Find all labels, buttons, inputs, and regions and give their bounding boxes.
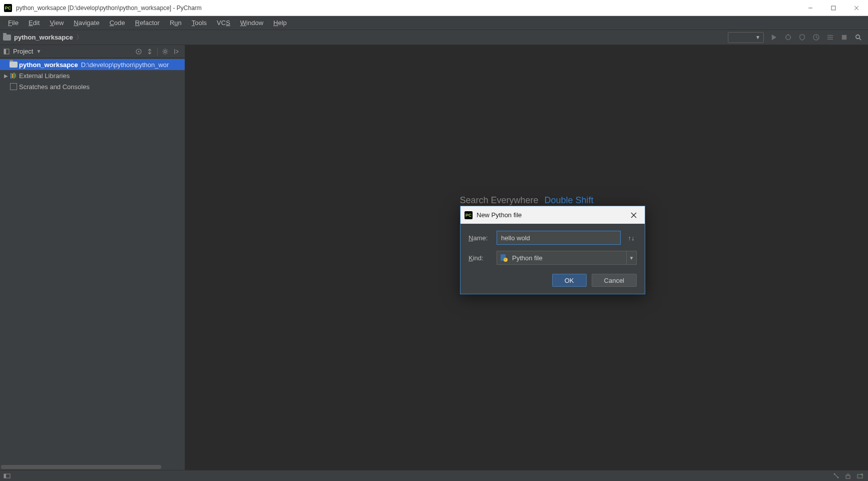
project-panel-title[interactable]: Project [13,48,33,55]
svg-rect-15 [841,35,846,40]
menu-view[interactable]: View [45,17,69,29]
menu-run[interactable]: Run [165,17,187,29]
os-titlebar: PC python_worksapce [D:\develop\python\p… [0,0,868,16]
pycharm-app-icon: PC [465,211,473,219]
separator [157,48,158,56]
tree-item-label: python_worksapce [19,61,78,69]
menu-file[interactable]: File [3,17,24,29]
window-maximize-button[interactable] [822,0,845,16]
collapse-all-button[interactable] [145,47,155,57]
run-button[interactable] [768,32,780,44]
welcome-hints: Search Everywhere Double Shift [185,195,868,206]
chevron-down-icon: ▼ [755,35,760,40]
svg-rect-19 [4,49,6,54]
svg-point-45 [861,473,863,475]
svg-point-23 [164,50,166,52]
window-title: python_worksapce [D:\develop\python\pyth… [16,5,202,12]
svg-point-16 [855,35,859,39]
svg-marker-4 [771,35,776,40]
hint-search-shortcut: Double Shift [545,195,594,206]
caret-right-icon: ▶ [3,73,9,79]
svg-point-5 [785,35,790,40]
project-sidebar: Project ▼ python_worksapce D:\develop [0,45,185,470]
project-tree: python_worksapce D:\develop\python\pytho… [0,58,185,92]
menu-help[interactable]: Help [268,17,292,29]
hide-panel-button[interactable] [171,47,181,57]
status-lock-icon[interactable] [843,471,853,481]
concurrency-button[interactable] [824,32,836,44]
main-menubar: File Edit View Navigate Code Refactor Ru… [0,16,868,30]
window-minimize-button[interactable] [799,0,822,16]
panel-settings-button[interactable] [160,47,170,57]
tree-item-workspace[interactable]: python_worksapce D:\develop\python\pytho… [0,59,185,70]
svg-line-28 [163,50,164,50]
scratches-icon [9,83,18,90]
svg-line-30 [167,50,167,50]
svg-rect-43 [846,475,850,478]
navigation-toolbar: python_worksapce 〉 ▼ [0,30,868,45]
ok-button-label: OK [565,277,574,284]
stop-button[interactable] [838,32,850,44]
kind-field-label: Kind: [469,254,492,262]
name-input[interactable] [497,231,621,245]
menu-refactor[interactable]: Refactor [130,17,165,29]
svg-line-11 [816,38,817,39]
chevron-down-icon[interactable]: ▼ [36,49,41,54]
menu-code[interactable]: Code [105,17,130,29]
svg-line-31 [163,53,164,53]
dialog-close-button[interactable] [627,208,641,222]
project-panel-header: Project ▼ [0,45,185,58]
editor-area: Search Everywhere Double Shift PC New Py… [185,45,868,470]
chevron-down-icon: ▼ [626,251,636,264]
svg-rect-39 [4,474,6,478]
folder-icon [9,62,18,68]
svg-line-29 [167,53,167,53]
status-git-icon[interactable] [831,471,841,481]
tree-item-label: Scratches and Consoles [19,83,90,91]
dialog-body: Name: ↑↓ Kind: Python file ▼ [461,224,645,294]
breadcrumb-root: python_worksapce [14,34,73,41]
svg-line-17 [859,38,861,40]
project-panel-icon [3,48,10,55]
cancel-button-label: Cancel [604,277,624,284]
search-button[interactable] [852,32,864,44]
ok-button[interactable]: OK [552,274,587,287]
tree-item-scratches[interactable]: Scratches and Consoles [0,81,185,92]
sidebar-horizontal-scrollbar[interactable] [0,465,185,470]
kind-select-value: Python file [512,254,543,262]
libraries-icon [9,73,18,79]
name-field-label: Name: [469,234,492,242]
tree-item-label: External Libraries [19,72,70,80]
dialog-titlebar[interactable]: PC New Python file [461,206,645,224]
locate-button[interactable] [134,47,144,57]
sort-toggle-button[interactable]: ↑↓ [626,232,637,243]
menu-window[interactable]: Window [235,17,268,29]
window-close-button[interactable] [845,0,868,16]
status-bar [0,470,868,481]
status-inspector-icon[interactable] [855,471,865,481]
coverage-button[interactable] [796,32,808,44]
breadcrumb[interactable]: python_worksapce 〉 [3,33,83,42]
python-file-icon [500,254,508,262]
new-python-file-dialog: PC New Python file Name: ↑↓ Kind: [460,206,645,294]
svg-point-36 [504,258,508,262]
svg-rect-1 [831,6,835,10]
cancel-button[interactable]: Cancel [592,274,637,287]
menu-vcs[interactable]: VCS [212,17,235,29]
menu-edit[interactable]: Edit [24,17,45,29]
scrollbar-thumb[interactable] [1,465,161,469]
debug-button[interactable] [782,32,794,44]
profile-button[interactable] [810,32,822,44]
kind-select[interactable]: Python file ▼ [497,251,637,265]
tree-item-external-libraries[interactable]: ▶ External Libraries [0,70,185,81]
svg-point-37 [505,259,506,260]
run-config-selector[interactable]: ▼ [728,32,764,43]
svg-line-42 [834,474,838,477]
menu-navigate[interactable]: Navigate [69,17,104,29]
menu-tools[interactable]: Tools [187,17,212,29]
main-area: Project ▼ python_worksapce D:\develop [0,45,868,470]
chevron-right-icon: 〉 [76,33,83,42]
svg-point-21 [138,51,140,52]
tool-windows-toggle[interactable] [2,471,12,481]
pycharm-app-icon: PC [4,4,12,12]
